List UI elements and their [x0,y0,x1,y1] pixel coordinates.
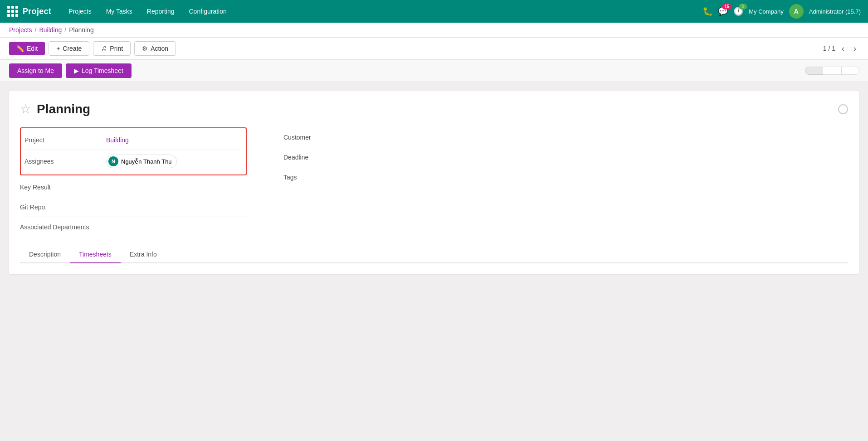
breadcrumb-sep-1: / [35,26,37,34]
status-done[interactable] [841,67,859,75]
fields-section: Project Building Assignees N Nguyễn Than… [20,127,848,237]
edit-button[interactable]: ✏️ Edit [9,42,45,55]
print-icon: 🖨 [101,45,107,52]
pagination-prev[interactable]: ‹ [839,43,847,54]
breadcrumb-current: Planning [69,26,94,34]
clock-icon[interactable]: 🕐 1 [733,6,743,16]
field-label-assignees: Assignees [24,158,106,165]
breadcrumb-sep-2: / [64,26,66,34]
record-card: ☆ Planning Project Building Assignees [9,91,859,274]
tab-timesheets[interactable]: Timesheets [70,246,121,263]
nav-reporting[interactable]: Reporting [141,5,181,18]
field-label-deadline: Deadline [283,154,365,161]
gear-icon: ⚙ [142,45,148,52]
status-new[interactable] [805,67,823,75]
main-content: ☆ Planning Project Building Assignees [0,82,868,283]
play-icon: ▶ [74,67,79,74]
record-title: Planning [37,102,90,116]
toolbar: ✏️ Edit + Create 🖨 Print ⚙ Action 1 / 1 … [0,38,868,60]
field-label-customer: Customer [283,134,365,141]
clock-badge: 1 [739,4,747,10]
action-bar: Assign to Me ▶ Log Timesheet [0,60,868,82]
field-row-project: Project Building [24,130,242,150]
log-timesheet-button[interactable]: ▶ Log Timesheet [66,63,132,78]
star-icon[interactable]: ☆ [20,103,31,116]
record-header: ☆ Planning [20,102,848,116]
chat-icon[interactable]: 💬 15 [718,6,728,16]
apps-grid-icon[interactable] [7,6,18,17]
user-avatar[interactable]: A [789,4,804,19]
tabs: Description Timesheets Extra Info [20,246,848,263]
print-button[interactable]: 🖨 Print [93,41,131,56]
field-label-assoc-dept: Associated Departments [20,223,102,231]
breadcrumb-projects[interactable]: Projects [9,26,32,34]
field-row-key-result: Key Result [20,177,247,197]
tab-description[interactable]: Description [20,246,70,263]
field-row-customer: Customer [283,127,848,147]
highlight-box: Project Building Assignees N Nguyễn Than… [20,127,247,175]
nav-projects[interactable]: Projects [62,5,98,18]
field-label-key-result: Key Result [20,184,102,191]
assignee-avatar: N [108,156,118,166]
breadcrumb-building[interactable]: Building [39,26,62,34]
fields-right: Customer Deadline Tags [265,127,848,237]
pagination-next[interactable]: › [851,43,859,54]
pencil-icon: ✏️ [16,45,24,52]
pagination-info: 1 / 1 [823,45,835,52]
status-in-progress[interactable] [823,67,842,75]
field-row-deadline: Deadline [283,147,848,167]
field-value-project[interactable]: Building [106,136,129,144]
field-label-tags: Tags [283,174,365,181]
nav-configuration[interactable]: Configuration [183,5,233,18]
fields-left: Project Building Assignees N Nguyễn Than… [20,127,247,237]
action-button[interactable]: ⚙ Action [134,41,176,56]
user-name[interactable]: Administrator (15.7) [809,8,861,15]
breadcrumb: Projects / Building / Planning [0,23,868,38]
create-button[interactable]: + Create [49,41,89,56]
tab-extra-info[interactable]: Extra Info [121,246,166,263]
record-status-circle[interactable] [838,104,848,114]
status-pipeline [805,67,859,75]
field-row-assoc-dept: Associated Departments [20,217,247,237]
nav-my-tasks[interactable]: My Tasks [100,5,139,18]
bug-icon[interactable]: 🐛 [702,6,712,16]
company-name[interactable]: My Company [749,8,784,15]
field-row-tags: Tags [283,167,848,187]
field-row-assignees: Assignees N Nguyễn Thanh Thu [24,150,242,173]
field-label-git-repo: Git Repo. [20,204,102,211]
brand-name[interactable]: Project [23,7,51,16]
field-row-git-repo: Git Repo. [20,197,247,217]
assign-to-me-button[interactable]: Assign to Me [9,63,62,78]
topnav: Project Projects My Tasks Reporting Conf… [0,0,868,23]
chat-badge: 15 [722,4,731,10]
assignee-tag[interactable]: N Nguyễn Thanh Thu [106,155,177,168]
assignee-name: Nguyễn Thanh Thu [121,158,172,165]
plus-icon: + [56,45,60,52]
field-label-project: Project [24,136,106,144]
